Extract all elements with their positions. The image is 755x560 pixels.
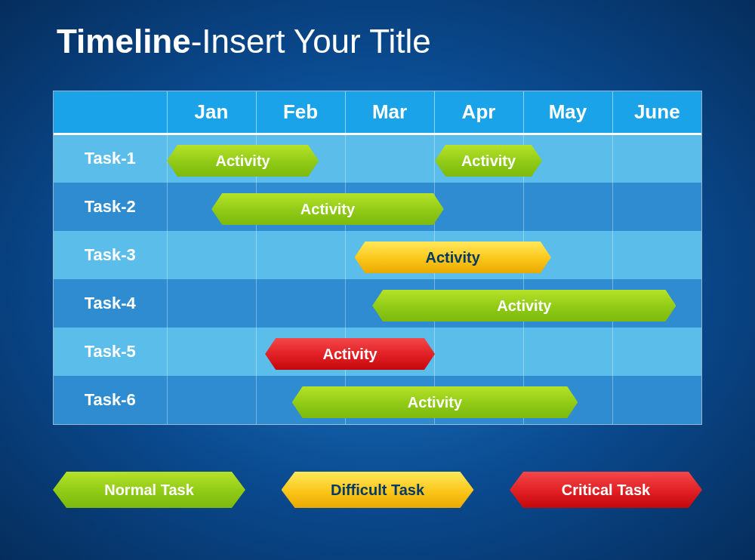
grid-cell — [167, 376, 256, 424]
grid-cell — [256, 183, 345, 231]
grid-cell — [523, 279, 612, 328]
grid-cell — [434, 376, 523, 424]
title-rest: -Insert Your Title — [191, 23, 431, 60]
month-header: Mar — [345, 91, 434, 134]
grid-cell — [523, 328, 612, 376]
gantt-table: Jan Feb Mar Apr May June Task-1Task-2Tas… — [53, 91, 702, 425]
grid-cell — [345, 134, 434, 183]
grid-cell — [434, 328, 523, 376]
task-row: Task-1 — [54, 134, 701, 183]
grid-cell — [523, 183, 612, 231]
grid-cell — [256, 231, 345, 279]
grid-cell — [167, 183, 256, 231]
grid-cell — [345, 376, 434, 424]
month-header: June — [612, 91, 701, 134]
month-header: Apr — [434, 91, 523, 134]
grid-cell — [523, 376, 612, 424]
grid-cell — [523, 134, 612, 183]
grid-cell — [167, 279, 256, 328]
grid-cell — [612, 328, 701, 376]
grid-cell — [345, 279, 434, 328]
grid-cell — [434, 134, 523, 183]
task-label: Task-1 — [54, 134, 167, 183]
task-row: Task-2 — [54, 183, 701, 231]
grid-cell — [167, 134, 256, 183]
month-header: Feb — [256, 91, 345, 134]
legend-difficult-label: Difficult Task — [331, 482, 424, 498]
legend-critical: Critical Task — [510, 472, 702, 508]
grid-cell — [345, 183, 434, 231]
grid-cell — [434, 183, 523, 231]
task-label: Task-3 — [54, 231, 167, 279]
grid-cell — [612, 231, 701, 279]
legend-normal: Normal Task — [53, 472, 245, 508]
grid-cell — [612, 376, 701, 424]
task-label: Task-6 — [54, 376, 167, 424]
task-label: Task-2 — [54, 183, 167, 231]
grid-cell — [167, 328, 256, 376]
grid-cell — [612, 183, 701, 231]
grid-cell — [612, 279, 701, 328]
grid-cell — [345, 328, 434, 376]
task-row: Task-4 — [54, 279, 701, 328]
grid-cell — [256, 328, 345, 376]
grid-cell — [256, 279, 345, 328]
grid-cell — [167, 231, 256, 279]
month-header-row: Jan Feb Mar Apr May June — [54, 91, 701, 134]
task-row: Task-3 — [54, 231, 701, 279]
legend-normal-label: Normal Task — [104, 482, 194, 498]
month-header: May — [523, 91, 612, 134]
page-title: Timeline-Insert Your Title — [57, 23, 431, 60]
task-label: Task-5 — [54, 328, 167, 376]
legend-difficult: Difficult Task — [282, 472, 474, 508]
legend: Normal Task Difficult Task Critical Task — [53, 472, 702, 508]
title-bold: Timeline — [57, 23, 191, 60]
grid-cell — [345, 231, 434, 279]
grid-cell — [612, 134, 701, 183]
grid-cell — [434, 279, 523, 328]
task-row: Task-6 — [54, 376, 701, 424]
grid-cell — [256, 134, 345, 183]
legend-critical-label: Critical Task — [562, 482, 650, 498]
grid-cell — [523, 231, 612, 279]
grid-cell — [256, 376, 345, 424]
task-row: Task-5 — [54, 328, 701, 376]
task-label: Task-4 — [54, 279, 167, 328]
month-header: Jan — [167, 91, 256, 134]
header-blank — [54, 91, 167, 134]
grid-cell — [434, 231, 523, 279]
